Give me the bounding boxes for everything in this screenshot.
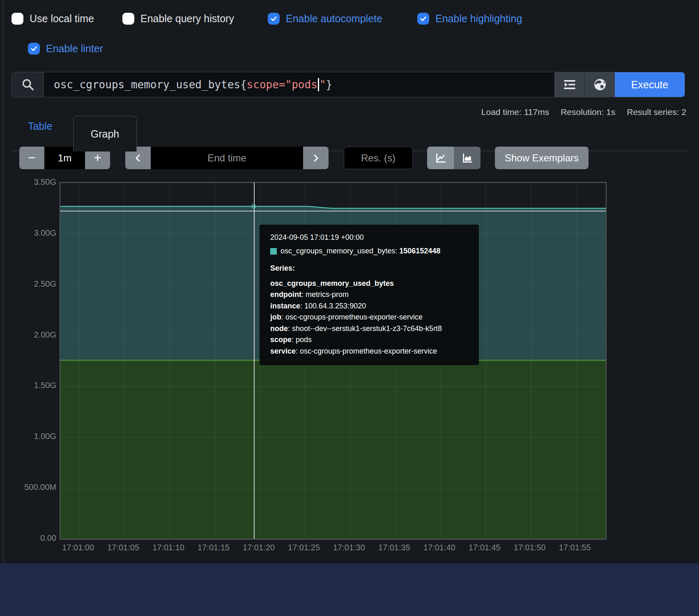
x-tick-label: 17:01:50 — [514, 543, 546, 552]
x-tick-label: 17:01:35 — [378, 543, 410, 552]
tab-graph[interactable]: Graph — [73, 116, 137, 152]
tooltip-label-row: job: osc-cgroups-prometheus-exporter-ser… — [270, 312, 468, 323]
globe-icon — [593, 77, 607, 92]
stacked-chart-icon — [461, 152, 474, 164]
crosshair-horizontal — [60, 211, 606, 211]
query-text-quote: " — [320, 78, 326, 91]
y-tick-label: 2.50G — [34, 279, 56, 288]
x-tick-label: 17:01:05 — [107, 543, 139, 552]
search-icon — [12, 72, 44, 97]
enable-autocomplete-checkbox[interactable]: Enable autocomplete — [268, 11, 382, 25]
y-tick-label: 1.50G — [34, 381, 56, 390]
checkbox-box[interactable] — [268, 13, 280, 25]
x-axis-labels: 17:01:0017:01:0517:01:1017:01:1517:01:20… — [60, 543, 605, 555]
enable-linter-checkbox[interactable]: Enable linter — [28, 41, 103, 55]
checkbox-label: Enable linter — [46, 43, 103, 55]
y-tick-label: 2.00G — [34, 330, 56, 339]
x-tick-label: 17:01:25 — [288, 543, 320, 552]
load-time: Load time: 117ms — [481, 107, 549, 117]
execute-button[interactable]: Execute — [615, 72, 685, 97]
shift-time-forward-button[interactable] — [303, 147, 329, 169]
line-chart-icon — [435, 152, 447, 164]
x-tick-label: 17:01:40 — [423, 543, 455, 552]
checkbox-box[interactable] — [28, 43, 40, 55]
y-tick-label: 500.00M — [24, 483, 56, 492]
x-tick-label: 17:01:30 — [333, 543, 365, 552]
y-tick-label: 3.50G — [34, 177, 56, 187]
checkbox-label: Enable highlighting — [435, 13, 522, 25]
checkbox-box[interactable] — [11, 13, 23, 25]
tooltip-label-name: instance — [270, 302, 300, 310]
line-chart-toggle-button[interactable] — [427, 147, 454, 169]
y-axis-labels: 3.50G3.00G2.50G2.00G1.50G1.00G500.00M0.0… — [0, 182, 56, 538]
tooltip-label-row: instance: 100.64.3.253:9020 — [270, 301, 468, 312]
tooltip-label-name: scope — [270, 336, 292, 344]
series-color-swatch — [270, 248, 277, 255]
tooltip-metric-name: osc_cgroups_memory_used_bytes — [281, 247, 395, 255]
tooltip-timestamp: 2024-09-05 17:01:19 +00:00 — [270, 233, 468, 242]
metrics-explorer-button[interactable] — [554, 72, 584, 97]
tab-table[interactable]: Table — [28, 120, 53, 132]
y-tick-label: 0.00 — [40, 533, 56, 543]
text-cursor — [318, 78, 319, 91]
tooltip-colon: : — [395, 247, 399, 255]
tooltip-labels: endpoint: metrics-prominstance: 100.64.3… — [270, 289, 468, 357]
checkbox-box[interactable] — [417, 13, 429, 25]
enable-highlighting-checkbox[interactable]: Enable highlighting — [417, 11, 522, 25]
tooltip-label-row: scope: pods — [270, 334, 468, 346]
metrics-explorer-icon — [563, 78, 577, 92]
check-icon — [270, 15, 278, 23]
chart-type-toggle — [427, 147, 481, 169]
series-line-osc_cgroups_memory_used_bytes — [60, 207, 606, 209]
next-panel-edge — [0, 563, 699, 616]
y-tick-label: 3.00G — [34, 228, 56, 237]
tooltip-label-row: endpoint: metrics-prom — [270, 289, 468, 301]
tooltip-label-row: service: osc-cgroups-prometheus-exporter… — [270, 346, 468, 357]
query-input[interactable]: osc_cgroups_memory_used_bytes{scope="pod… — [44, 72, 554, 97]
tooltip-value-row: osc_cgroups_memory_used_bytes: 150615244… — [270, 247, 468, 255]
query-text-plain: osc_cgroups_memory_used_bytes{ — [54, 78, 247, 91]
query-text-highlight: scope="pods — [247, 78, 317, 91]
decrease-duration-button[interactable]: − — [19, 147, 44, 169]
tooltip-label-name: node — [270, 324, 288, 333]
checkbox-box[interactable] — [122, 13, 134, 25]
tooltip-series-heading: Series: — [270, 264, 468, 273]
gridline-horizontal — [60, 539, 606, 540]
x-tick-label: 17:01:10 — [152, 543, 184, 552]
crosshair-vertical — [254, 183, 255, 539]
tooltip-metric-value: 1506152448 — [399, 247, 440, 255]
end-time-control — [125, 147, 329, 169]
checkbox-label: Enable autocomplete — [286, 13, 382, 25]
y-tick-label: 1.00G — [34, 432, 56, 441]
query-stats: Load time: 117ms Resolution: 1s Result s… — [481, 107, 686, 117]
hover-tooltip: 2024-09-05 17:01:19 +00:00 osc_cgroups_m… — [260, 225, 479, 365]
enable-query-history-checkbox[interactable]: Enable query history — [122, 11, 234, 25]
globe-button[interactable] — [584, 72, 615, 97]
tooltip-series-name: osc_cgroups_memory_used_bytes — [270, 278, 468, 289]
tooltip-label-row: node: shoot--dev--serstuk1-serstuk1-z3-7… — [270, 323, 468, 335]
x-tick-label: 17:01:15 — [198, 543, 230, 552]
x-tick-label: 17:01:55 — [559, 543, 591, 552]
check-icon — [419, 15, 427, 23]
tooltip-label-name: service — [270, 347, 296, 355]
result-series: Result series: 2 — [627, 107, 686, 117]
x-tick-label: 17:01:00 — [62, 543, 94, 552]
check-icon — [30, 45, 38, 53]
chevron-right-icon — [310, 152, 322, 164]
x-tick-label: 17:01:45 — [469, 543, 501, 552]
resolution: Resolution: 1s — [561, 107, 615, 117]
query-text-brace: } — [326, 78, 332, 91]
x-tick-label: 17:01:20 — [243, 543, 275, 552]
checkbox-label: Enable query history — [140, 13, 234, 25]
resolution-input[interactable] — [344, 147, 413, 169]
use-local-time-checkbox[interactable]: Use local time — [11, 11, 94, 25]
checkbox-label: Use local time — [30, 13, 94, 25]
stacked-chart-toggle-button[interactable] — [454, 147, 481, 169]
chevron-left-icon — [132, 152, 144, 164]
end-time-input[interactable] — [151, 147, 303, 169]
tooltip-label-name: endpoint — [270, 290, 301, 299]
query-bar: osc_cgroups_memory_used_bytes{scope="pod… — [11, 72, 685, 97]
tooltip-label-name: job — [270, 313, 281, 321]
show-exemplars-button[interactable]: Show Exemplars — [495, 147, 589, 169]
